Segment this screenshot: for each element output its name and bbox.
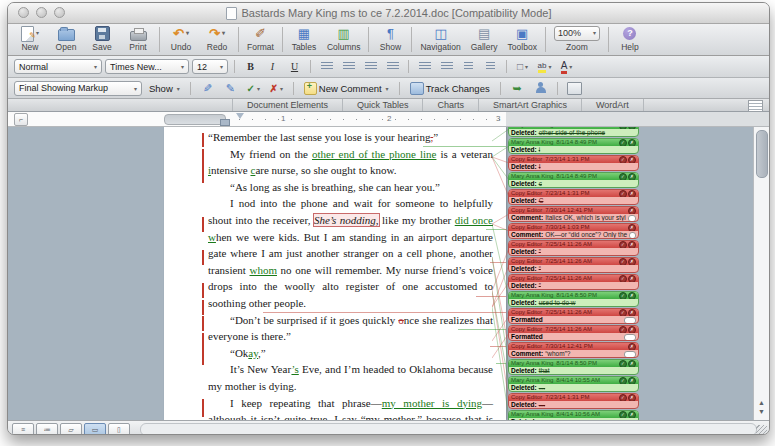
deleted-revision-bubble[interactable]: Mary Anna King8/1/14 8:49 PM✓✗Deleted:i [508,138,639,154]
close-window-button[interactable] [18,7,29,18]
bold-button[interactable]: B [241,59,260,74]
reject-revision-icon[interactable]: ✗ [628,258,636,265]
paragraph[interactable]: “Remember the last sense you lose is you… [208,129,493,146]
reject-revision-icon[interactable]: ✗ [628,394,636,401]
reviewing-pane-button[interactable] [565,81,584,96]
highlight-button[interactable]: ab▾ [535,59,554,74]
numbered-list-button[interactable] [415,59,434,74]
accept-revision-icon[interactable]: ✓ [619,326,627,333]
accept-revision-icon[interactable]: ✓ [619,156,627,163]
deleted-revision-bubble[interactable]: Copy Editor7/25/14 11:26 AM✓✗Deleted:” [508,240,639,256]
reject-revision-icon[interactable]: ✗ [628,360,636,367]
reject-revision-icon[interactable]: ✗ [628,207,636,214]
italic-button[interactable]: I [263,59,282,74]
accept-revision-icon[interactable]: ✓ [619,173,627,180]
align-left-button[interactable] [317,59,336,74]
align-right-button[interactable] [361,59,380,74]
comment-revision-bubble[interactable]: Copy Editor7/30/14 12:41 PM✗Comment:“who… [508,342,639,358]
accept-revision-icon[interactable]: ✓ [619,190,627,197]
expand-revision-button[interactable] [628,215,636,222]
resize-grip[interactable] [756,425,767,435]
vertical-scrollbar-thumb[interactable] [756,130,768,178]
accept-change-button[interactable]: ✓▾ [244,81,263,96]
deleted-revision-bubble[interactable]: Copy Editor7/25/14 11:26 AM✓✗Deleted:” [508,274,639,290]
reject-revision-icon[interactable]: ✗ [628,156,636,163]
document-text[interactable]: “Remember the last sense you lose is you… [208,129,493,420]
deleted-revision-bubble[interactable]: Mary Anna King8/1/14 8:50 PM✓✗Deleted:th… [508,359,639,375]
formatted-revision-bubble[interactable]: Copy Editor7/25/14 11:26 AM✓✗Formatted [508,325,639,341]
reject-revision-icon[interactable]: ✗ [628,139,636,146]
reject-revision-icon[interactable]: ✗ [628,411,636,418]
style-select[interactable]: Normal▾ [14,59,102,74]
zoom-control[interactable]: 100%▾ Zoom [549,24,605,55]
save-button[interactable]: Save [84,24,120,55]
publishing-view-button[interactable]: ▱ [60,423,82,436]
deleted-revision-bubble[interactable]: Copy Editor7/23/14 1:31 PM✓✗Deleted:I [508,155,639,171]
outline-view-button[interactable]: ≔ [36,423,58,436]
expand-revision-button[interactable] [624,334,636,341]
accept-revision-icon[interactable]: ✓ [619,241,627,248]
help-button[interactable]: ? Help [612,24,648,55]
deleted-revision-bubble[interactable]: Copy Editor7/23/14 1:31 PM✓✗Deleted:… [508,393,639,409]
accept-revision-icon[interactable]: ✓ [619,394,627,401]
paragraph[interactable]: “Okay,” [208,345,493,362]
zoom-window-button[interactable] [54,7,65,18]
justify-button[interactable] [383,59,402,74]
accept-revision-icon[interactable]: ✓ [619,292,627,299]
left-indent-marker[interactable] [220,119,230,126]
print-button[interactable]: Print [120,24,156,55]
markup-view-select[interactable]: Final Showing Markup▾ [14,81,142,96]
redo-button[interactable]: ↷▾ Redo [199,24,235,55]
expand-revision-button[interactable] [624,351,636,358]
underline-button[interactable]: U [285,59,304,74]
reject-revision-icon[interactable]: ✗ [628,377,636,384]
decrease-indent-button[interactable] [459,59,478,74]
paragraph[interactable]: “Don’t be surprised if it goes quickly o… [208,312,493,345]
borders-button[interactable]: □▾ [513,59,532,74]
reject-revision-icon[interactable]: ✗ [628,173,636,180]
paragraph[interactable]: It’s New Year’s Eve, and I’m headed to O… [208,361,493,394]
deleted-revision-bubble[interactable]: Mary Anna King8/4/14 10:55 AM✓✗Deleted:… [508,376,639,392]
tables-button[interactable]: ▦ Tables [286,24,322,55]
reject-change-button[interactable]: ✗▾ [267,81,286,96]
reject-revision-icon[interactable]: ✗ [628,326,636,333]
new-button[interactable]: ▾ New [12,24,48,55]
show-button[interactable]: ¶ Show [372,24,408,55]
font-select[interactable]: Times New...▾ [105,59,189,74]
vertical-scrollbar[interactable]: ▲ ▼ [753,127,769,420]
align-center-button[interactable] [339,59,358,74]
deleted-revision-bubble[interactable]: Mary Anna King8/1/14 8:48 PM✓✗Deleted:ot… [508,127,639,137]
horizontal-scrollbar[interactable] [140,423,757,435]
accept-revision-icon[interactable]: ✓ [619,139,627,146]
scroll-down-arrow[interactable]: ▼ [754,407,769,416]
title-bar[interactable]: Bastards Mary King ms to ce 7.2.2014.doc… [8,3,769,24]
first-line-indent-marker[interactable] [236,113,244,119]
scroll-up-arrow[interactable]: ▲ [754,398,769,407]
reject-revision-icon[interactable]: ✗ [628,224,636,231]
accept-revision-icon[interactable]: ✓ [619,411,627,418]
undo-button[interactable]: ↶▾ Undo [163,24,199,55]
tab-wordart[interactable]: WordArt [582,99,644,111]
next-change-button[interactable]: ✎ [221,81,240,96]
accept-revision-icon[interactable]: ✓ [619,309,627,316]
format-button[interactable]: ✐ Format [242,24,279,55]
reject-revision-icon[interactable]: ✗ [628,292,636,299]
deleted-revision-bubble[interactable]: Mary Anna King8/4/14 10:56 AM✓✗Deleted:a… [508,410,639,420]
paragraph[interactable]: I nod into the phone and wait for someon… [208,195,493,311]
comment-revision-bubble[interactable]: Copy Editor7/30/14 1:03 PM✗Comment:OK—or… [508,223,639,239]
paragraph[interactable]: I keep repeating that phrase—my mother i… [208,395,493,421]
tab-charts[interactable]: Charts [423,99,479,111]
accept-revision-icon[interactable]: ✓ [619,258,627,265]
tab-quick-tables[interactable]: Quick Tables [343,99,423,111]
accept-revision-icon[interactable]: ✓ [619,127,627,129]
notebook-view-button[interactable]: ▯ [108,423,130,436]
reject-revision-icon[interactable]: ✗ [628,241,636,248]
formatted-revision-bubble[interactable]: Copy Editor7/25/14 11:26 AM✓✗Formatted [508,308,639,324]
bulleted-list-button[interactable] [437,59,456,74]
comment-revision-bubble[interactable]: Copy Editor7/30/14 12:41 PM✗Comment:Ital… [508,206,639,222]
track-changes-button[interactable]: Track Changes [407,82,493,95]
reject-revision-icon[interactable]: ✗ [628,190,636,197]
font-size-select[interactable]: 12▾ [192,59,228,74]
deleted-revision-bubble[interactable]: Mary Anna King8/1/14 8:50 PM✓✗Deleted:us… [508,291,639,307]
expand-revision-button[interactable] [624,317,636,324]
